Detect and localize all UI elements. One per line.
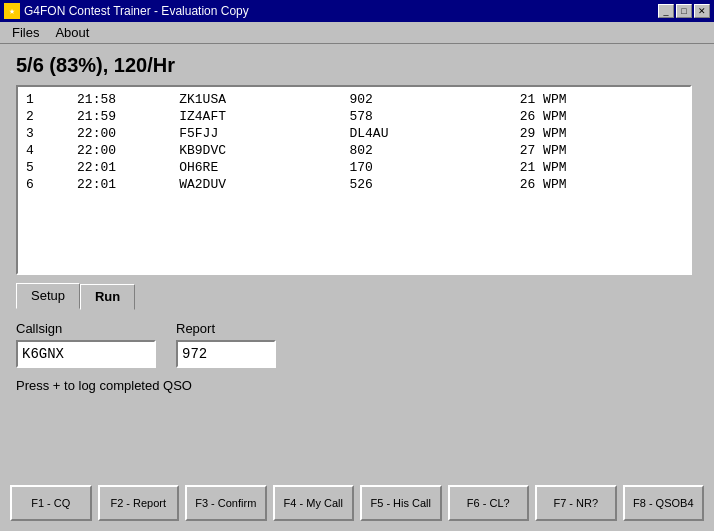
- entry-num: 5: [22, 159, 73, 176]
- entry-num: 2: [22, 108, 73, 125]
- f4-mycall-button[interactable]: F4 - My Call: [273, 485, 355, 521]
- f2-report-button[interactable]: F2 - Report: [98, 485, 180, 521]
- entry-extra: 526: [345, 176, 515, 193]
- entry-speed: 27 WPM: [516, 142, 686, 159]
- entry-num: 3: [22, 125, 73, 142]
- entry-time: 21:59: [73, 108, 175, 125]
- entry-time: 22:00: [73, 142, 175, 159]
- entry-callsign: KB9DVC: [175, 142, 345, 159]
- table-row: 5 22:01 OH6RE 170 21 WPM: [22, 159, 686, 176]
- f7-nr-button[interactable]: F7 - NR?: [535, 485, 617, 521]
- entry-callsign: F5FJJ: [175, 125, 345, 142]
- callsign-group: Callsign: [16, 321, 156, 368]
- menu-files[interactable]: Files: [4, 23, 47, 42]
- title-bar: ★ G4FON Contest Trainer - Evaluation Cop…: [0, 0, 714, 22]
- close-button[interactable]: ✕: [694, 4, 710, 18]
- f5-hiscall-button[interactable]: F5 - His Call: [360, 485, 442, 521]
- table-row: 6 22:01 WA2DUV 526 26 WPM: [22, 176, 686, 193]
- entry-speed: 21 WPM: [516, 159, 686, 176]
- entry-num: 6: [22, 176, 73, 193]
- entry-extra: 578: [345, 108, 515, 125]
- menu-about[interactable]: About: [47, 23, 97, 42]
- f3-confirm-button[interactable]: F3 - Confirm: [185, 485, 267, 521]
- entry-time: 22:00: [73, 125, 175, 142]
- entry-speed: 26 WPM: [516, 108, 686, 125]
- tab-run[interactable]: Run: [80, 284, 135, 310]
- entry-speed: 21 WPM: [516, 91, 686, 108]
- hint-text: Press + to log completed QSO: [16, 378, 698, 393]
- report-label: Report: [176, 321, 276, 336]
- f6-cl-button[interactable]: F6 - CL?: [448, 485, 530, 521]
- main-content: 5/6 (83%), 120/Hr 1 21:58 ZK1USA 902 21 …: [0, 44, 714, 403]
- window-controls: _ □ ✕: [658, 4, 710, 18]
- entry-extra: DL4AU: [345, 125, 515, 142]
- entry-callsign: WA2DUV: [175, 176, 345, 193]
- entry-speed: 26 WPM: [516, 176, 686, 193]
- minimize-button[interactable]: _: [658, 4, 674, 18]
- callsign-input[interactable]: [16, 340, 156, 368]
- entry-time: 22:01: [73, 159, 175, 176]
- entry-extra: 802: [345, 142, 515, 159]
- tabs-area: Setup Run: [16, 283, 698, 309]
- entry-callsign: IZ4AFT: [175, 108, 345, 125]
- entry-callsign: ZK1USA: [175, 91, 345, 108]
- table-row: 2 21:59 IZ4AFT 578 26 WPM: [22, 108, 686, 125]
- f1-cq-button[interactable]: F1 - CQ: [10, 485, 92, 521]
- table-row: 3 22:00 F5FJJ DL4AU 29 WPM: [22, 125, 686, 142]
- fkey-bar: F1 - CQ F2 - Report F3 - Confirm F4 - My…: [10, 485, 704, 521]
- log-table: 1 21:58 ZK1USA 902 21 WPM 2 21:59 IZ4AFT…: [22, 91, 686, 193]
- table-row: 1 21:58 ZK1USA 902 21 WPM: [22, 91, 686, 108]
- window-title: G4FON Contest Trainer - Evaluation Copy: [24, 4, 249, 18]
- entry-num: 1: [22, 91, 73, 108]
- callsign-label: Callsign: [16, 321, 156, 336]
- entry-time: 22:01: [73, 176, 175, 193]
- entry-extra: 170: [345, 159, 515, 176]
- entry-num: 4: [22, 142, 73, 159]
- log-container[interactable]: 1 21:58 ZK1USA 902 21 WPM 2 21:59 IZ4AFT…: [16, 85, 692, 275]
- entry-callsign: OH6RE: [175, 159, 345, 176]
- menu-bar: Files About: [0, 22, 714, 44]
- report-input[interactable]: [176, 340, 276, 368]
- tab-setup[interactable]: Setup: [16, 283, 80, 309]
- table-row: 4 22:00 KB9DVC 802 27 WPM: [22, 142, 686, 159]
- app-icon: ★: [4, 3, 20, 19]
- maximize-button[interactable]: □: [676, 4, 692, 18]
- entry-time: 21:58: [73, 91, 175, 108]
- report-group: Report: [176, 321, 276, 368]
- form-area: Callsign Report: [16, 321, 698, 368]
- f8-qsob4-button[interactable]: F8 - QSOB4: [623, 485, 705, 521]
- stats-header: 5/6 (83%), 120/Hr: [16, 54, 698, 77]
- entry-extra: 902: [345, 91, 515, 108]
- entry-speed: 29 WPM: [516, 125, 686, 142]
